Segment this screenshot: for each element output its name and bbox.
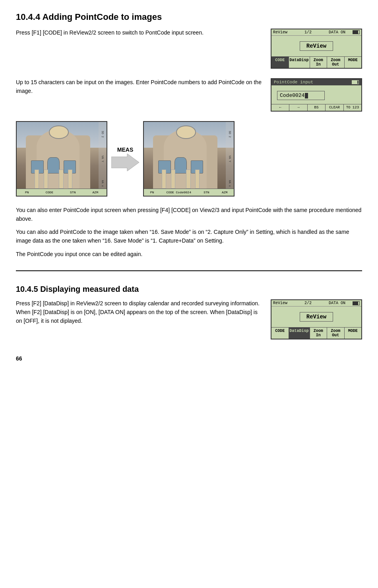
screen2-btn-left[interactable]: ←	[271, 104, 289, 111]
camera-frame-after: SD 2 VA Y HA x PN CODE Code0024 STN AZM	[143, 121, 235, 197]
screen2-btn-to123[interactable]: TO 123	[344, 104, 361, 111]
section1-para2: Up to 15 characters can be input on the …	[16, 78, 263, 95]
screen3-title-right: DATA ON	[329, 301, 360, 305]
camera1-bottom-bar: PN CODE STN AZM	[17, 189, 107, 196]
camera-frame-before: SD 2 VA Y HA x PN CODE STN AZM	[16, 121, 107, 197]
screen2-btn-right[interactable]: →	[289, 104, 307, 111]
section2-para1: Press [F2] [DataDisp] in ReView2/2 scree…	[16, 299, 263, 325]
camera2-sidebar: SD 2 VA Y HA x	[226, 122, 234, 196]
screen3-title-center: 2/2	[304, 301, 312, 305]
arrow-right-icon	[111, 154, 139, 171]
screen1-btn-code[interactable]: CODE	[271, 57, 289, 68]
screen3-btn-zoomout[interactable]: Zoom Out	[327, 328, 345, 339]
screen1-btn-datadisp[interactable]: DataDisp	[289, 57, 310, 68]
screen2-input[interactable]: Code0024	[277, 91, 325, 100]
screen1-title-left: ReView	[273, 30, 287, 35]
screen1-center-text: ReView	[300, 41, 333, 51]
screen2-title: PointCode input	[274, 80, 313, 85]
camera-comparison-row: SD 2 VA Y HA x PN CODE STN AZM MEAS	[16, 121, 362, 197]
section1-para5: The PointCode you input once can be edit…	[16, 250, 362, 259]
screen3-btn-code[interactable]: CODE	[271, 328, 289, 339]
meas-label: MEAS	[117, 147, 133, 153]
lcd-screen-1: ReView 1/2 DATA ON ReView CODE DataDisp …	[271, 29, 362, 69]
screen1-btn-mode[interactable]: MODE	[345, 57, 362, 68]
page-number: 66	[16, 355, 362, 362]
section1-para4: You can also add PointCode to the image …	[16, 228, 362, 245]
screen3-bottom-bar: CODE DataDisp Zoom In Zoom Out MODE	[271, 327, 361, 339]
screen2-btn-clear[interactable]: CLEAR	[326, 104, 343, 111]
screen1-btn-zoomout[interactable]: Zoom Out	[327, 57, 345, 68]
svg-marker-0	[111, 154, 139, 171]
meas-arrow: MEAS	[111, 147, 139, 171]
screen1-btn-zoomin[interactable]: Zoom In	[310, 57, 328, 68]
section2-title: 10.4.5 Displaying measured data	[16, 279, 362, 294]
screen1-title-center: 1/2	[304, 30, 312, 35]
section1-para1: Press [F1] [CODE] in ReView2/2 screen to…	[16, 29, 263, 37]
section1-title: 10.4.4 Adding PointCode to images	[16, 12, 362, 22]
screen3-center-text: ReView	[300, 312, 333, 322]
screen3-btn-mode[interactable]: MODE	[345, 328, 362, 339]
lcd-screen-2: PointCode input Code0024 ← → BS CLEAR TO…	[271, 78, 362, 112]
section1-para3: You can also enter PointCode input scree…	[16, 206, 362, 223]
camera2-bottom-bar: PN CODE Code0024 STN AZM	[144, 189, 234, 196]
screen1-bottom-bar: CODE DataDisp Zoom In Zoom Out MODE	[271, 56, 361, 68]
screen1-title-right: DATA ON	[329, 30, 360, 35]
screen3-btn-datadisp[interactable]: DataDisp	[289, 328, 310, 339]
screen3-title-left: ReView	[273, 301, 287, 305]
lcd-screen-3: ReView 2/2 DATA ON ReView CODE DataDisp …	[271, 299, 362, 339]
screen2-bottom-bar: ← → BS CLEAR TO 123	[271, 104, 361, 111]
screen2-btn-bs[interactable]: BS	[308, 104, 326, 111]
camera1-sidebar: SD 2 VA Y HA x	[99, 122, 107, 196]
screen3-btn-zoomin[interactable]: Zoom In	[310, 328, 328, 339]
section-divider	[16, 270, 362, 271]
